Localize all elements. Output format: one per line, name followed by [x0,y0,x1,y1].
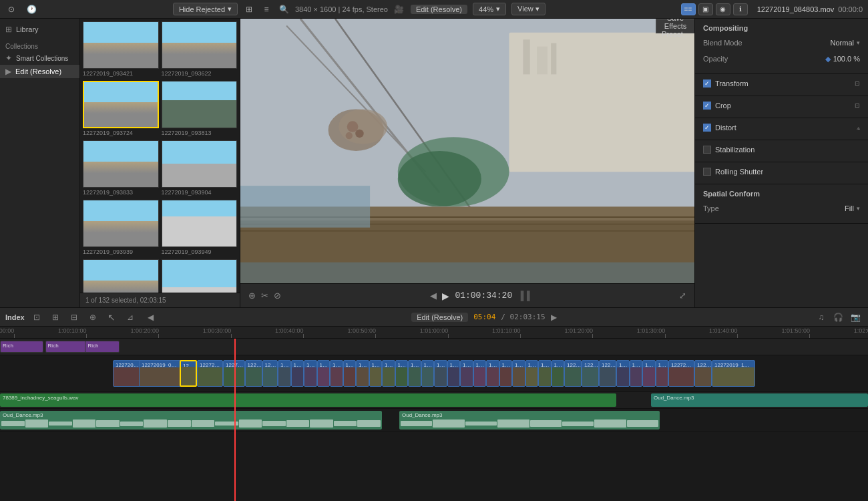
video-clip[interactable]: 1227... [656,360,669,387]
video-clip[interactable]: 1227... [630,360,643,387]
video-clip[interactable]: 1227.. [447,360,461,387]
video-clip[interactable]: 1227.. [460,360,473,387]
distort-expand-icon[interactable]: ⟁ [857,124,860,131]
tl-icon-3[interactable]: ⊟ [67,311,81,324]
video-clip[interactable]: 1227.. [330,360,343,387]
tl-icon-1[interactable]: ⊡ [30,311,43,324]
inspector-icon-1[interactable]: ≡≡ [681,3,696,15]
rolling-shutter-checkbox[interactable] [703,168,711,176]
view-button[interactable]: View ▾ [511,3,546,15]
video-clip[interactable]: 1227.. [552,360,565,387]
inspector-icon-4[interactable]: ℹ [733,3,748,15]
video-clip[interactable]: 12272019.. [582,360,599,387]
video-clip[interactable]: 122... [291,360,304,387]
video-clip[interactable]: 12272019.. [564,360,582,387]
tl-camera-icon[interactable]: 📷 [849,311,863,324]
type-value[interactable]: Fill ▾ [845,204,860,212]
video-clip[interactable]: 1227200.. [694,360,712,387]
thumbnail-item[interactable]: 12272019_093421 [83,21,159,78]
inspector-icon-2[interactable]: ▣ [698,3,713,15]
crop-checkbox[interactable]: ✓ [703,102,711,110]
video-clip[interactable]: 12272019_08 [223,360,245,387]
thumbnail-item[interactable]: 12272019_093724 [83,81,159,138]
video-clip[interactable]: 1227.. [395,360,409,387]
tl-select-tool[interactable]: ⊿ [124,311,137,324]
hide-rejected-button[interactable]: Hide Rejected ▾ [173,3,238,15]
fullscreen-button[interactable]: ⤢ [679,291,686,301]
audio-clip-oud-dance-1[interactable]: Oud_Dance.mp3 [651,393,868,407]
video-clip[interactable]: 1227.. [356,360,369,387]
video-clip[interactable]: 1227.. [486,360,499,387]
video-clip[interactable]: 1227.. [538,360,552,387]
video-clip[interactable]: 1227.. [343,360,357,387]
transform-checkbox[interactable]: ✓ [703,79,711,88]
thumbnail-item[interactable]: 12272019_093813 [162,81,238,138]
crop-icon[interactable]: ✂ [261,291,268,301]
video-clip[interactable]: 1227... [245,360,262,387]
video-clip[interactable]: 1227.. [421,360,435,387]
video-clip[interactable]: 1227.. [525,360,539,387]
prev-icon[interactable]: ◀ [430,291,437,301]
audio-clip-seagulls[interactable]: 78389_inchadney_seagulls.wav [0,393,616,407]
clip-rich-1[interactable]: Rich [0,341,43,353]
tl-left-arrow[interactable]: ◀ [148,313,154,322]
audio-clip-oud-2[interactable]: Oud_Dance.mp3 [0,411,382,430]
video-clip[interactable]: 122... [278,360,291,387]
video-clip[interactable]: 1227.. [369,360,383,387]
tl-icon-4[interactable]: ⊕ [86,311,99,324]
clip-rich-2[interactable]: Rich [45,341,89,353]
crop-section: ✓ Crop ⊡ [695,96,868,118]
transform-expand-icon[interactable]: ⊡ [855,80,860,87]
thumbnail-item[interactable]: 12272019_093904 [162,140,238,197]
video-clip[interactable]: 1227.. [382,360,395,387]
tl-arrow-tool[interactable]: ↖ [105,311,118,324]
zoom-button[interactable]: 44% ▾ [473,3,506,15]
video-clip[interactable]: 1227.. [408,360,421,387]
video-clip[interactable]: 1227... [616,360,630,387]
thumbnail-item[interactable]: 12272019_093939 [83,200,159,257]
distort-checkbox[interactable]: ✓ [703,124,711,132]
video-clip[interactable]: 1227.. [317,360,331,387]
tl-headphone-icon[interactable]: 🎧 [832,311,845,324]
sidebar-item-edit-resolve[interactable]: ▶ Edit (Resolve) [0,65,79,78]
transform-icon[interactable]: ⊕ [248,291,256,301]
grid-icon[interactable]: ⊞ [243,3,255,15]
video-clip[interactable]: 12272019_0... [180,360,197,387]
stabilization-section: Stabilization [695,140,868,162]
sidebar-item-smart-collections[interactable]: ✦ Smart Collections [0,51,79,65]
sidebar-item-library[interactable]: ⊞ Library [0,23,79,36]
video-clip[interactable]: 1227... [642,360,656,387]
save-effects-button[interactable]: Save Effects Preset... [656,19,694,33]
play-button[interactable]: ▶ [442,291,449,301]
audio-icon[interactable]: ▐▐ [517,291,529,301]
video-clip[interactable]: 1227.. [512,360,525,387]
search-icon[interactable]: 🔍 [278,3,290,15]
tl-audio-icon[interactable]: ♫ [815,311,828,324]
tl-icon-2[interactable]: ⊞ [49,311,62,324]
thumbnail-item[interactable]: 12272019_093833 [83,140,159,197]
video-clip[interactable]: 1227.. [304,360,317,387]
ruler-tick: 1:01:10:00 [506,327,535,338]
audio-clip-oud-3[interactable]: Oud_Dance.mp3 [399,411,660,430]
video-clip[interactable]: 12272019.. [599,360,616,387]
blend-mode-value[interactable]: Normal ▾ [831,39,860,47]
video-clip[interactable]: 1227... [262,360,278,387]
thumbnail-item[interactable]: 12272019_094032 [83,259,159,293]
clip-rich-3[interactable]: Rich [85,341,120,353]
video-clip[interactable]: 12272019_08 [197,360,223,387]
thumbnail-item[interactable]: 12272019_093949 [162,200,238,257]
tl-right-arrow[interactable]: ▶ [551,313,557,322]
thumbnail-item[interactable]: 12272019_094049 [162,259,238,293]
speed-icon[interactable]: ⊘ [274,291,281,301]
crop-expand-icon[interactable]: ⊡ [855,102,860,109]
video-clip[interactable]: 12272019_1 [668,360,694,387]
video-clip[interactable]: 12272019_084737.mov [139,360,182,387]
stabilization-checkbox[interactable] [703,146,711,154]
video-clip[interactable]: 1227.. [434,360,447,387]
video-clip[interactable]: 1227.. [473,360,487,387]
inspector-icon-3[interactable]: ◉ [716,3,730,15]
thumbnail-item[interactable]: 12272019_093622 [162,21,238,78]
list-icon[interactable]: ≡ [260,3,272,15]
video-clip[interactable]: 1227.. [499,360,513,387]
video-clip[interactable]: 12272019_110158.mov [712,360,755,387]
